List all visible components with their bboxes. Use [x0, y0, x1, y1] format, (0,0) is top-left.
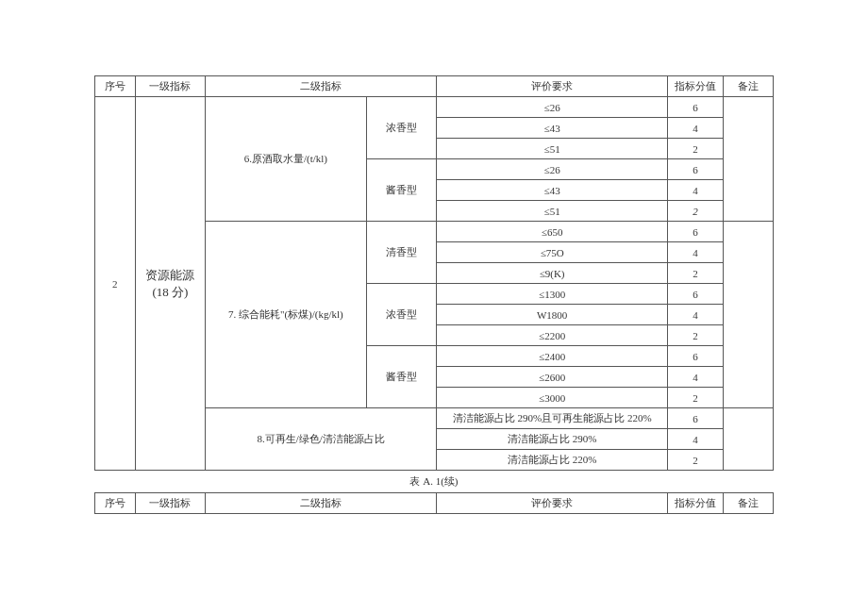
cell-group: 酱香型 — [366, 346, 437, 408]
cell-score: 4 — [668, 180, 724, 201]
header-row-2: 序号 一级指标 二级指标 评价要求 指标分值 备注 — [95, 493, 774, 514]
cell-group: 清香型 — [366, 222, 437, 284]
cell-score: 4 — [668, 118, 724, 139]
th-note: 备注 — [723, 493, 773, 514]
cell-score: 6 — [668, 284, 724, 305]
level1-line2: (18 分) — [152, 285, 188, 299]
th-score: 指标分值 — [668, 493, 724, 514]
th-level2: 二级指标 — [206, 493, 437, 514]
cell-req: ≤26 — [437, 159, 668, 180]
th-note: 备注 — [723, 76, 773, 97]
cell-req: W1800 — [437, 305, 668, 325]
cell-req: ≤26 — [437, 97, 668, 118]
cell-group: 浓香型 — [366, 97, 437, 159]
cell-s6-title: 6.原酒取水量/(t/kl) — [206, 97, 366, 222]
cell-req: ≤3000 — [437, 388, 668, 408]
cell-score: 6 — [668, 408, 724, 429]
evaluation-table: 序号 一级指标 二级指标 评价要求 指标分值 备注 2 资源能源 (18 分) … — [94, 75, 774, 514]
cell-score: 2 — [668, 201, 724, 222]
cell-score: 6 — [668, 97, 724, 118]
cell-req: ≤51 — [437, 139, 668, 159]
cell-req: 清洁能源占比 290%且可再生能源占比 220% — [437, 408, 668, 429]
th-seq: 序号 — [95, 76, 136, 97]
table-caption: 表 A. 1(续) — [95, 471, 774, 493]
th-level2: 二级指标 — [206, 76, 437, 97]
header-row: 序号 一级指标 二级指标 评价要求 指标分值 备注 — [95, 76, 774, 97]
cell-score: 4 — [668, 242, 724, 263]
cell-req: 清洁能源占比 290% — [437, 429, 668, 450]
th-req: 评价要求 — [437, 76, 668, 97]
cell-req: ≤2600 — [437, 367, 668, 388]
cell-score: 4 — [668, 429, 724, 450]
th-seq: 序号 — [95, 493, 136, 514]
cell-group: 浓香型 — [366, 284, 437, 346]
cell-seq: 2 — [95, 97, 136, 471]
cell-req: 清洁能源占比 220% — [437, 450, 668, 471]
cell-req: ≤2400 — [437, 346, 668, 367]
cell-s7-title: 7. 综合能耗"(标煤)/(kg/kl) — [206, 222, 366, 408]
cell-req: ≤2200 — [437, 325, 668, 346]
cell-score: 6 — [668, 159, 724, 180]
cell-req: ≤75O — [437, 242, 668, 263]
cell-req: ≤1300 — [437, 284, 668, 305]
cell-s8-title: 8.可再生/绿色/清洁能源占比 — [206, 408, 437, 471]
cell-score: 2 — [668, 325, 724, 346]
table-row: 2 资源能源 (18 分) 6.原酒取水量/(t/kl) 浓香型 ≤26 6 — [95, 97, 774, 118]
cell-note — [723, 408, 773, 471]
th-req: 评价要求 — [437, 493, 668, 514]
cell-req: ≤650 — [437, 222, 668, 242]
cell-req: ≤43 — [437, 180, 668, 201]
cell-score: 2 — [668, 139, 724, 159]
th-score: 指标分值 — [668, 76, 724, 97]
cell-group: 酱香型 — [366, 159, 437, 222]
level1-line1: 资源能源 — [145, 268, 194, 282]
cell-level1: 资源能源 (18 分) — [135, 97, 206, 471]
cell-score: 6 — [668, 346, 724, 367]
cell-score: 2 — [668, 388, 724, 408]
cell-score: 2 — [668, 450, 724, 471]
caption-row: 表 A. 1(续) — [95, 471, 774, 493]
cell-req: ≤9(K) — [437, 263, 668, 284]
th-level1: 一级指标 — [135, 76, 206, 97]
cell-req: ≤43 — [437, 118, 668, 139]
cell-score: 4 — [668, 305, 724, 325]
cell-req: ≤51 — [437, 201, 668, 222]
cell-note — [723, 97, 773, 222]
th-level1: 一级指标 — [135, 493, 206, 514]
cell-score: 4 — [668, 367, 724, 388]
cell-note — [723, 222, 773, 408]
cell-score: 2 — [668, 263, 724, 284]
cell-score: 6 — [668, 222, 724, 242]
